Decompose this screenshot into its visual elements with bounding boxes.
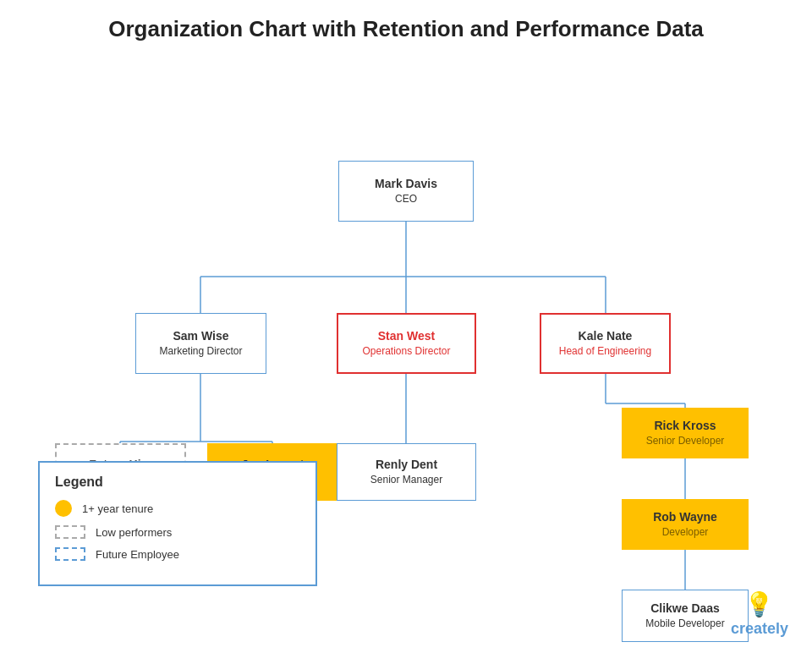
node-mark-davis: Mark Davis CEO bbox=[338, 161, 474, 222]
tenure-icon bbox=[55, 500, 72, 517]
node-clikwe-daas: Clikwe Daas Mobile Developer bbox=[622, 590, 749, 642]
legend-item-tenure: 1+ year tenure bbox=[55, 500, 300, 517]
legend-item-future-employee: Future Employee bbox=[55, 547, 300, 561]
future-employee-icon bbox=[55, 547, 85, 561]
low-performers-icon bbox=[55, 525, 85, 539]
creately-branding: 💡 creately bbox=[731, 590, 788, 638]
page-title: Organization Chart with Retention and Pe… bbox=[0, 0, 812, 52]
legend: Legend 1+ year tenure Low performers Fut… bbox=[38, 461, 317, 586]
node-sam-wise: Sam Wise Marketing Director bbox=[135, 313, 266, 374]
node-rick-kross: Rick Kross Senior Developer bbox=[622, 408, 749, 458]
legend-item-low-performers: Low performers bbox=[55, 525, 300, 539]
low-performers-label: Low performers bbox=[96, 526, 172, 539]
node-rob-wayne: Rob Wayne Developer bbox=[622, 499, 749, 550]
future-employee-label: Future Employee bbox=[96, 548, 179, 561]
node-stan-west: Stan West Operations Director bbox=[337, 313, 476, 374]
creately-name: creately bbox=[731, 620, 788, 638]
legend-title: Legend bbox=[55, 475, 300, 490]
node-kale-nate: Kale Nate Head of Engineering bbox=[540, 313, 671, 374]
tenure-label: 1+ year tenure bbox=[82, 502, 153, 515]
creately-bulb-icon: 💡 bbox=[744, 590, 774, 618]
node-renly-dent: Renly Dent Senior Manager bbox=[337, 443, 476, 501]
